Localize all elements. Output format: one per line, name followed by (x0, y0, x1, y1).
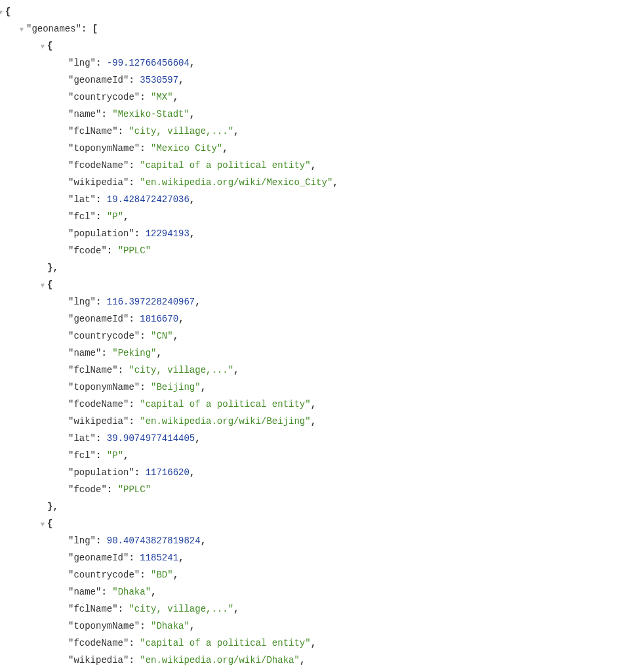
json-property-line: ▼"geonameId": 1816670, (5, 311, 616, 328)
comma: , (173, 331, 178, 341)
comma: , (332, 177, 338, 188)
colon: : (118, 604, 129, 614)
json-key-toponymName: "toponymName" (68, 143, 140, 154)
collapse-toggle-icon[interactable]: ▼ (38, 277, 47, 294)
colon: : (140, 382, 151, 392)
colon: : (129, 177, 140, 188)
json-key-wikipedia: "wikipedia" (68, 177, 129, 188)
json-property-line: ▼"fclName": "city, village,...", (5, 601, 616, 618)
json-string-value: "BD" (151, 570, 173, 580)
json-number-value: 90.40743827819824 (107, 536, 201, 546)
json-key-toponymName: "toponymName" (68, 382, 140, 392)
comma: , (311, 638, 316, 648)
close-brace: }, (47, 262, 58, 273)
comma: , (201, 382, 206, 392)
json-key-name: "name" (68, 587, 101, 597)
json-key-lat: "lat" (68, 194, 96, 205)
json-string-value: "Peking" (112, 348, 156, 358)
json-property-line: ▼"fcode": "PPLC" (5, 482, 616, 499)
colon: : (107, 484, 118, 495)
comma: , (190, 467, 195, 478)
json-property-line: ▼"name": "Mexiko-Stadt", (5, 106, 616, 123)
colon: : (96, 536, 107, 546)
colon: : (101, 109, 112, 119)
close-brace: }, (47, 501, 58, 512)
json-string-value: "Mexico City" (151, 143, 222, 154)
json-string-value: "en.wikipedia.org/wiki/Dhaka" (140, 655, 300, 665)
json-number-value: 116.397228240967 (107, 297, 195, 307)
colon: : (96, 194, 107, 205)
json-key-fclName: "fclName" (68, 604, 118, 614)
json-number-value: 19.428472427036 (107, 194, 190, 205)
json-property-line: ▼"lng": 116.397228240967, (5, 294, 616, 311)
json-property-line: ▼"wikipedia": "en.wikipedia.org/wiki/Mex… (5, 175, 616, 192)
comma: , (173, 92, 178, 102)
comma: , (233, 604, 239, 614)
json-property-line: ▼"wikipedia": "en.wikipedia.org/wiki/Dha… (5, 652, 616, 669)
json-object-open[interactable]: ▼{ (5, 277, 616, 294)
json-string-value: "en.wikipedia.org/wiki/Mexico_City" (140, 177, 332, 188)
json-property-line: ▼"lat": 19.428472427036, (5, 192, 616, 209)
json-property-line: ▼"countrycode": "BD", (5, 567, 616, 584)
colon: : (96, 450, 107, 461)
json-property-line: ▼"toponymName": "Dhaka", (5, 618, 616, 635)
json-string-value: "city, village,..." (129, 604, 233, 614)
json-property-line: ▼"wikipedia": "en.wikipedia.org/wiki/Bei… (5, 413, 616, 430)
json-key-fcodeName: "fcodeName" (68, 160, 129, 171)
json-string-value: "PPLC" (118, 245, 151, 256)
collapse-toggle-icon[interactable]: ▼ (38, 516, 47, 533)
json-key-fcodeName: "fcodeName" (68, 638, 129, 648)
open-brace: { (5, 7, 10, 17)
json-string-value: "Mexiko-Stadt" (112, 109, 190, 119)
json-string-value: "city, village,..." (129, 126, 233, 136)
json-object-open[interactable]: ▼{ (5, 516, 616, 533)
json-key-population: "population" (68, 228, 134, 239)
collapse-toggle-icon[interactable]: ▼ (38, 38, 47, 55)
json-key-wikipedia: "wikipedia" (68, 416, 129, 427)
json-key-geonameId: "geonameId" (68, 314, 129, 324)
comma: , (300, 655, 305, 665)
comma: , (233, 126, 239, 136)
json-key-geonameId: "geonameId" (68, 553, 129, 563)
comma: , (178, 314, 184, 324)
colon: : (96, 58, 107, 68)
json-key-fclName: "fclName" (68, 126, 118, 136)
json-property-line: ▼"lat": 39.9074977414405, (5, 430, 616, 448)
json-key-countrycode: "countrycode" (68, 331, 140, 341)
json-string-value: "en.wikipedia.org/wiki/Beijing" (140, 416, 310, 427)
json-key-geonameId: "geonameId" (68, 75, 129, 85)
json-property-line: ▼"toponymName": "Beijing", (5, 379, 616, 396)
json-property-line: ▼"fcl": "P", (5, 209, 616, 226)
json-property-line: ▼"fcode": "PPLC" (5, 243, 616, 260)
json-array-open[interactable]: ▼"geonames": [ (5, 21, 616, 38)
comma: , (190, 194, 195, 205)
json-property-line: ▼"population": 12294193, (5, 226, 616, 243)
colon: : (129, 638, 140, 648)
colon: : (101, 587, 112, 597)
json-property-line: ▼"population": 11716620, (5, 465, 616, 482)
json-property-line: ▼"name": "Peking", (5, 345, 616, 362)
json-root-open[interactable]: ▼{ (5, 4, 616, 21)
json-key-lat: "lat" (68, 433, 96, 444)
json-key-population: "population" (68, 467, 134, 478)
colon: : (134, 228, 146, 239)
comma: , (178, 75, 184, 85)
collapse-toggle-icon[interactable]: ▼ (0, 4, 5, 21)
colon: : (134, 467, 146, 478)
json-string-value: "PPLC" (118, 484, 151, 495)
json-object-open[interactable]: ▼{ (5, 38, 616, 55)
comma: , (201, 536, 206, 546)
json-property-line: ▼"fcodeName": "capital of a political en… (5, 396, 616, 413)
collapse-toggle-icon[interactable]: ▼ (17, 21, 26, 38)
comma: , (156, 348, 161, 358)
json-number-value: 1185241 (140, 553, 178, 563)
colon: : (107, 245, 118, 256)
comma: , (311, 399, 316, 410)
json-key-fcodeName: "fcodeName" (68, 399, 129, 410)
comma: , (151, 587, 156, 597)
json-key-toponymName: "toponymName" (68, 621, 140, 631)
json-key-lng: "lng" (68, 297, 96, 307)
json-number-value: 12294193 (146, 228, 190, 239)
colon: : (118, 126, 129, 136)
json-string-value: "P" (107, 211, 123, 222)
